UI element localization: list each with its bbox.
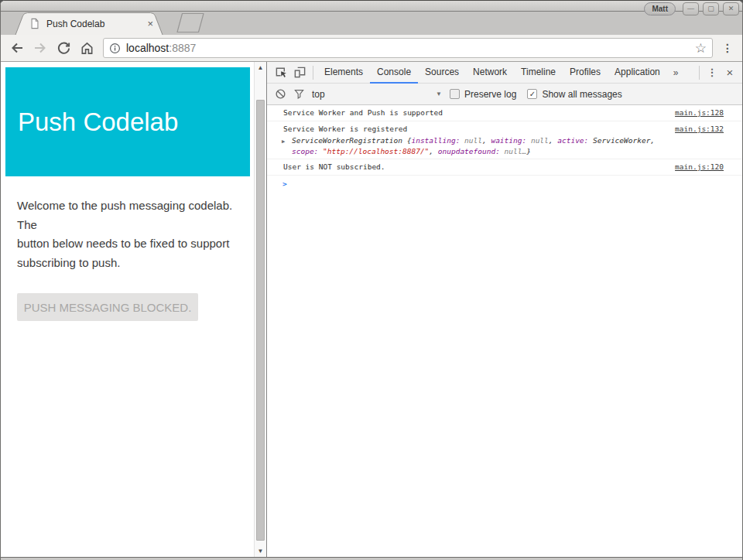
object-preview-segment: , <box>549 136 557 145</box>
show-all-messages-checkbox[interactable]: ✓Show all messages <box>527 89 621 100</box>
page-doc-icon <box>29 18 40 29</box>
reload-button[interactable] <box>53 38 74 58</box>
tab-strip: Push Codelab × <box>1 11 742 35</box>
devtools-tab-profiles[interactable]: Profiles <box>563 62 608 84</box>
address-bar[interactable]: localhost :8887 ☆ <box>103 38 713 58</box>
devtools-tab-console[interactable]: Console <box>370 62 418 84</box>
console-message-list: Service Worker and Push is supportedmain… <box>267 105 742 176</box>
minimize-button[interactable]: — <box>683 2 699 15</box>
chevron-down-icon: ▼ <box>436 90 442 97</box>
window-controls: — ▢ ✕ <box>683 2 739 15</box>
object-preview-segment: , <box>429 147 437 155</box>
tab-content: Push Codelab × <box>15 12 163 35</box>
devtools-close-icon[interactable]: × <box>721 66 739 79</box>
console-prompt-icon[interactable]: > <box>267 176 742 192</box>
more-tabs-icon[interactable]: » <box>667 67 685 78</box>
devtools-tab-timeline[interactable]: Timeline <box>514 62 563 84</box>
object-preview-segment: waiting: <box>491 136 530 145</box>
devtools-tabbar: ElementsConsoleSourcesNetworkTimelinePro… <box>267 62 742 84</box>
console-source-link[interactable]: main.js:132 <box>675 124 724 135</box>
object-preview-segment: installing: <box>411 136 464 145</box>
checkbox-label: Show all messages <box>542 89 621 100</box>
titlebar: Matt — ▢ ✕ <box>1 1 742 11</box>
browser-tab[interactable]: Push Codelab × <box>15 12 163 35</box>
console-message-text: User is NOT subscribed. <box>283 162 666 172</box>
home-button[interactable] <box>77 38 97 58</box>
console-message-text: Service Worker and Push is supported <box>283 108 666 118</box>
close-button[interactable]: ✕ <box>723 2 739 15</box>
devtools-tab-network[interactable]: Network <box>466 62 514 84</box>
clear-console-icon[interactable] <box>275 88 286 100</box>
execution-context-selector[interactable]: top ▼ <box>312 89 442 100</box>
page-info-icon[interactable] <box>109 43 121 54</box>
object-preview-segment: null <box>464 136 482 145</box>
preserve-log-checkbox[interactable]: Preserve log <box>450 89 516 100</box>
device-toolbar-icon[interactable] <box>290 63 309 82</box>
devtools-tab-list: ElementsConsoleSourcesNetworkTimelinePro… <box>317 62 667 83</box>
checkbox-label: Preserve log <box>464 89 516 100</box>
context-label: top <box>312 89 436 100</box>
object-preview[interactable]: ▶ServiceWorkerRegistration {installing: … <box>283 135 658 156</box>
page-intro-text: Welcome to the push messaging codelab. T… <box>17 196 243 272</box>
scrollbar-thumb[interactable] <box>256 100 265 541</box>
window-content: Push Codelab Welcome to the push messagi… <box>1 62 742 557</box>
browser-menu-icon[interactable]: ⋮ <box>719 42 736 54</box>
object-preview-segment: onupdatefound: <box>438 147 505 155</box>
console-source-link[interactable]: main.js:128 <box>675 108 724 118</box>
object-preview-segment: ServiceWorkerRegistration { <box>292 136 411 145</box>
url-port: :8887 <box>169 42 196 54</box>
session-user-badge[interactable]: Matt <box>644 2 676 15</box>
page-title: Push Codelab <box>18 108 178 136</box>
object-preview-segment: active: <box>557 136 593 145</box>
tab-title: Push Codelab <box>46 19 141 29</box>
devtools-tab-elements[interactable]: Elements <box>317 62 370 84</box>
maximize-button[interactable]: ▢ <box>703 2 719 15</box>
object-preview-segment: scope: <box>292 147 323 155</box>
filter-icon[interactable] <box>294 89 304 99</box>
devtools-tabbar-right: ⋮ × <box>695 66 739 80</box>
browser-window: Matt — ▢ ✕ Push Codelab × <box>0 0 743 560</box>
scroll-down-icon[interactable]: ▼ <box>255 548 266 555</box>
scroll-up-icon[interactable]: ▲ <box>255 64 266 71</box>
back-button[interactable] <box>7 38 27 58</box>
devtools-menu-icon[interactable]: ⋮ <box>704 67 721 78</box>
devtools-tab-application[interactable]: Application <box>608 62 667 84</box>
object-preview-segment: , <box>482 136 491 145</box>
console-message-row: Service Worker and Push is supportedmain… <box>267 105 742 121</box>
expand-triangle-icon[interactable]: ▶ <box>282 137 285 148</box>
console-message-text: Service Worker is registered▶ServiceWork… <box>283 124 666 156</box>
console-message-row: User is NOT subscribed.main.js:120 <box>267 159 742 176</box>
devtools-panel: ElementsConsoleSourcesNetworkTimelinePro… <box>266 62 742 557</box>
forward-button[interactable] <box>30 38 50 58</box>
checkbox-box[interactable] <box>450 89 460 99</box>
toolbar-divider <box>699 66 700 80</box>
object-preview-segment: "http://localhost:8887/" <box>323 147 429 155</box>
object-preview-segment: ServiceWorker, <box>593 136 655 145</box>
object-preview-segment: null… <box>505 147 527 155</box>
filter-checkboxes: Preserve log✓Show all messages <box>450 89 622 100</box>
console-message-row: Service Worker is registered▶ServiceWork… <box>267 121 742 159</box>
checkbox-box[interactable]: ✓ <box>527 89 537 99</box>
push-messaging-button[interactable]: PUSH MESSAGING BLOCKED. <box>17 293 198 321</box>
web-page: Push Codelab Welcome to the push messagi… <box>1 62 254 557</box>
new-tab-button[interactable] <box>173 12 208 33</box>
url-host: localhost <box>126 42 169 54</box>
toolbar-divider <box>313 66 313 80</box>
console-toolbar: top ▼ Preserve log✓Show all messages <box>267 84 742 105</box>
window-bottom-border <box>1 557 742 560</box>
tab-close-icon[interactable]: × <box>147 19 153 29</box>
object-preview-segment: null <box>531 136 549 145</box>
console-pane[interactable]: Service Worker and Push is supportedmain… <box>267 105 742 557</box>
browser-toolbar: localhost :8887 ☆ ⋮ <box>1 35 742 62</box>
page-header-banner: Push Codelab <box>5 67 250 176</box>
inspect-element-icon[interactable] <box>272 63 290 82</box>
object-preview-segment: } <box>526 147 531 155</box>
devtools-tab-sources[interactable]: Sources <box>418 62 466 84</box>
page-scrollbar[interactable]: ▲ ▼ <box>254 62 266 557</box>
bookmark-star-icon[interactable]: ☆ <box>695 42 707 55</box>
console-source-link[interactable]: main.js:120 <box>675 162 724 172</box>
